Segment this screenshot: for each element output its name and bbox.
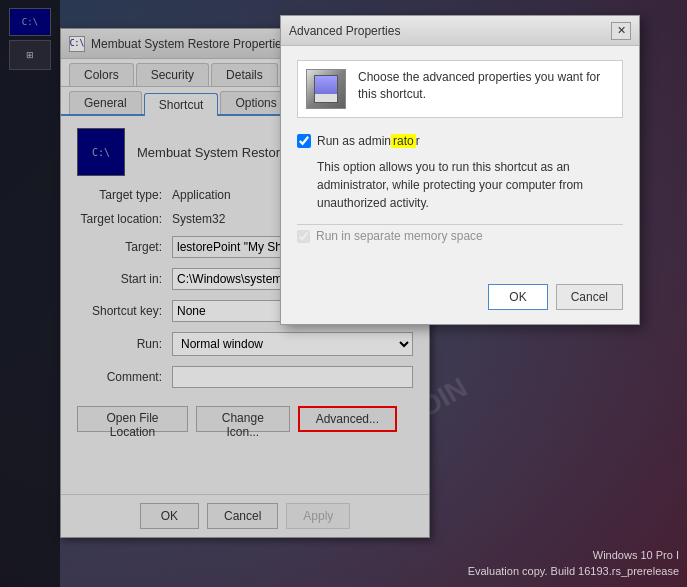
run-in-separate-label: Run in separate memory space: [316, 229, 483, 243]
run-as-admin-row: Run as adminrator: [297, 134, 623, 148]
dialog-close-button[interactable]: ✕: [611, 22, 631, 40]
dialog-overlay: Advanced Properties ✕ Choose the advance…: [0, 0, 687, 587]
dialog-header-text: Choose the advanced properties you want …: [358, 69, 614, 103]
dialog-title: Advanced Properties: [289, 24, 605, 38]
dialog-window-controls: ✕: [611, 22, 631, 40]
dialog-content: Choose the advanced properties you want …: [281, 46, 639, 257]
run-in-separate-row: Run in separate memory space: [297, 229, 623, 243]
windows-info: Windows 10 Pro I Evaluation copy. Build …: [468, 548, 679, 579]
run-in-separate-checkbox: [297, 230, 310, 243]
highlight-text: rato: [391, 134, 416, 148]
separator: [297, 224, 623, 225]
dialog-header-icon: [306, 69, 346, 109]
run-as-admin-description: This option allows you to run this short…: [317, 158, 623, 212]
run-as-admin-label: Run as adminrator: [317, 134, 420, 148]
windows-version: Windows 10 Pro I: [468, 548, 679, 563]
dialog-ok-button[interactable]: OK: [488, 284, 547, 310]
dialog-header-area: Choose the advanced properties you want …: [297, 60, 623, 118]
dialog-cancel-button[interactable]: Cancel: [556, 284, 623, 310]
windows-build: Evaluation copy. Build 16193.rs_prerelea…: [468, 564, 679, 579]
advanced-properties-dialog: Advanced Properties ✕ Choose the advance…: [280, 15, 640, 325]
run-as-admin-checkbox[interactable]: [297, 134, 311, 148]
dialog-buttons: OK Cancel: [488, 284, 623, 310]
dialog-titlebar: Advanced Properties ✕: [281, 16, 639, 46]
